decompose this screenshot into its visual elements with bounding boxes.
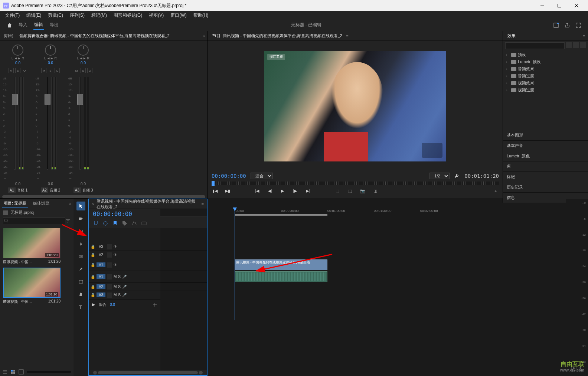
timeline-ruler[interactable]: :00:00 00:00:30:00 00:01:00:00 00:01:30:… <box>160 209 207 216</box>
track-a3-lane[interactable] <box>160 291 207 299</box>
fullscreen-icon[interactable] <box>575 22 581 28</box>
wrench-icon[interactable] <box>454 173 460 179</box>
zoom-in-handle[interactable] <box>199 371 203 375</box>
panel-libraries[interactable]: 库 <box>503 161 588 171</box>
project-overflow-icon[interactable]: » <box>69 201 71 206</box>
icon-view-icon[interactable] <box>10 369 16 375</box>
track-select-tool[interactable] <box>76 214 85 223</box>
linked-selection-icon[interactable] <box>102 220 108 226</box>
menu-view[interactable]: 视图(V) <box>146 12 167 19</box>
playhead[interactable] <box>235 209 235 320</box>
lift-icon[interactable]: ⬚ <box>334 187 341 194</box>
mix-toggle-icon[interactable]: ▶ <box>92 302 95 307</box>
pan-value[interactable]: 0.0 <box>81 61 86 65</box>
home-icon[interactable] <box>7 22 13 28</box>
timeline-hscroll[interactable] <box>98 371 198 374</box>
track-a2-lane[interactable] <box>160 283 207 291</box>
fx-badge-icon[interactable] <box>566 42 572 48</box>
menu-graphics[interactable]: 图形和标题(G) <box>111 12 145 19</box>
project-item[interactable]: 1:01:20 腾讯视频 - 中国...1:01:20 <box>3 228 61 265</box>
fx-folder-lumetri[interactable]: ›Lumetri 预设 <box>505 58 586 65</box>
mixer-hscroll[interactable] <box>2 195 205 198</box>
button-editor-icon[interactable]: ＋ <box>492 187 499 194</box>
menu-window[interactable]: 窗口(W) <box>167 12 189 19</box>
pan-value[interactable]: 0.0 <box>48 61 53 65</box>
mark-in-icon[interactable]: ▮◀ <box>212 187 218 194</box>
step-fwd-icon[interactable]: |▶ <box>292 187 298 194</box>
selection-tool[interactable] <box>76 202 85 210</box>
cc-icon[interactable] <box>141 220 147 226</box>
razor-tool[interactable] <box>76 239 85 248</box>
maximize-button[interactable] <box>551 0 568 11</box>
project-item[interactable]: 1:01:20 腾讯视频 - 中国...1:01:20 <box>3 268 61 304</box>
audio-clip[interactable] <box>235 271 327 282</box>
video-clip[interactable]: 腾讯视频 - 中国领先的在线视频媒体平台,海量高清 <box>235 259 327 270</box>
pan-value[interactable]: 0.0 <box>15 61 20 65</box>
zoom-out-handle[interactable] <box>93 371 97 375</box>
minimize-button[interactable] <box>534 0 551 11</box>
track-header-v1[interactable]: 🔒V1👁 <box>89 259 160 271</box>
mute-button[interactable]: M <box>74 68 79 73</box>
panel-essential-sound[interactable]: 基本声音 <box>503 140 588 151</box>
track-v1-lane[interactable]: 腾讯视频 - 中国领先的在线视频媒体平台,海量高清 <box>160 259 207 271</box>
timeline-timecode[interactable]: 00:00:00:00 <box>89 209 160 219</box>
fx-folder-video-fx[interactable]: ›视频效果 <box>505 79 586 86</box>
ripple-edit-tool[interactable] <box>76 227 85 236</box>
channel-volume-value[interactable]: 0.0 <box>15 182 20 186</box>
solo-button[interactable]: S <box>15 68 20 73</box>
settings-icon[interactable] <box>131 220 137 226</box>
tag-icon[interactable] <box>122 220 128 226</box>
mixer-tab-active[interactable]: 音频剪辑混合器: 腾讯视频 - 中国领先的在线视频媒体平台,海量高清视频在线观看… <box>18 32 171 40</box>
close-button[interactable] <box>568 0 585 11</box>
fx-folder-video-trans[interactable]: ›视频过渡 <box>505 86 586 94</box>
pan-knob[interactable] <box>45 45 56 56</box>
track-header-v2[interactable]: 🔒V2👁 <box>89 251 160 259</box>
track-v2-lane[interactable] <box>160 251 207 259</box>
channel-volume-value[interactable]: 0.0 <box>81 182 86 186</box>
workspace-tab-edit[interactable]: 编辑 <box>33 20 44 30</box>
share-icon[interactable] <box>564 22 570 28</box>
menu-help[interactable]: 帮助(H) <box>190 12 212 19</box>
fx-folder-audio-trans[interactable]: ›音频过渡 <box>505 72 586 79</box>
track-header-a1[interactable]: 🔒A1MS🎤 <box>89 271 160 283</box>
workspace-tab-export[interactable]: 导出 <box>49 20 59 30</box>
list-view-icon[interactable] <box>2 369 7 375</box>
export-frame-icon[interactable]: 📷 <box>359 187 366 194</box>
timeline-work-area[interactable] <box>235 214 327 216</box>
marker-icon[interactable] <box>112 220 118 226</box>
thumbnail-size-slider[interactable] <box>27 371 71 373</box>
program-timecode-in[interactable]: 00:00:00:00 <box>212 173 246 179</box>
timeline-sequence-tab[interactable]: 腾讯视频 - 中国领先的在线视频媒体平台,海量高清视频在线观看_2 <box>97 199 199 210</box>
panel-lumetri-color[interactable]: Lumetri 颜色 <box>503 151 588 161</box>
mixer-tab-clip[interactable]: 剪辑) <box>2 32 15 40</box>
program-scrubber[interactable] <box>212 182 499 185</box>
program-menu-icon[interactable]: ≡ <box>346 34 348 38</box>
solo-button[interactable]: S <box>48 68 53 73</box>
program-tab[interactable]: 节目: 腾讯视频 - 中国领先的在线视频媒体平台,海量高清视频在线观看_2 <box>211 32 344 40</box>
project-search-input[interactable] <box>3 218 65 224</box>
mute-button[interactable]: M <box>41 68 46 73</box>
quick-export-icon[interactable] <box>553 22 559 28</box>
workspace-tab-import[interactable]: 导入 <box>18 20 28 30</box>
rectangle-tool[interactable] <box>76 277 85 286</box>
menu-markers[interactable]: 标记(M) <box>88 12 110 19</box>
menu-file[interactable]: 文件(F) <box>2 12 23 19</box>
menu-edit[interactable]: 编辑(E) <box>23 12 44 19</box>
search-filter-icon[interactable] <box>65 218 71 223</box>
panel-essential-graphics[interactable]: 基本图形 <box>503 130 588 140</box>
menu-clip[interactable]: 剪辑(C) <box>45 12 66 19</box>
program-video[interactable]: 浙江卫视 <box>264 51 446 161</box>
track-header-a2[interactable]: 🔒A2MS🎤 <box>89 283 160 291</box>
volume-fader[interactable] <box>14 77 16 170</box>
panel-markers[interactable]: 标记 <box>503 171 588 182</box>
panel-overflow-icon[interactable]: » <box>203 34 205 38</box>
timeline-close-icon[interactable]: × <box>92 202 94 206</box>
resolution-select[interactable]: 1/2 <box>429 173 450 179</box>
fx-32bit-icon[interactable] <box>573 42 579 48</box>
track-header-v3[interactable]: 🔒V3👁 <box>89 243 160 251</box>
menu-sequence[interactable]: 序列(S) <box>67 12 88 19</box>
comparison-icon[interactable]: ◫ <box>372 187 379 194</box>
solo-button[interactable]: S <box>81 68 86 73</box>
effects-menu-icon[interactable]: ≡ <box>583 34 585 38</box>
mix-value[interactable]: 0.0 <box>110 303 115 307</box>
